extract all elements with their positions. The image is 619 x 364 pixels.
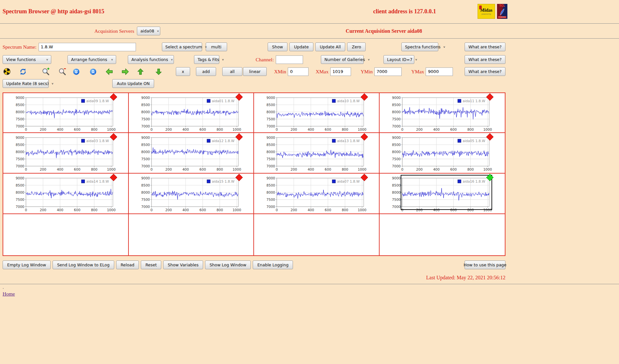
empty-log-window-button[interactable]: Empty Log Window (3, 261, 51, 269)
spectrum-panel-aida05[interactable]: 7000750080008500900002004006008001000aid… (380, 133, 505, 174)
spectrum-panel-aida01[interactable]: 7000750080008500900002004006008001000aid… (129, 93, 254, 133)
show-variables-button[interactable]: Show Variables (163, 261, 203, 269)
midas-logo[interactable]: Midas powered by (478, 4, 495, 19)
svg-text:9000: 9000 (141, 176, 150, 180)
what-are-these-button-1[interactable]: What are these? (465, 42, 505, 51)
home-link[interactable]: Home (3, 291, 15, 297)
all-button[interactable]: all (222, 67, 242, 76)
spectrum-chart[interactable]: 7000750080008500900002004006008001000aid… (380, 174, 504, 213)
spectrum-chart[interactable]: 7000750080008500900002004006008001000aid… (3, 93, 128, 132)
zoom-in-icon[interactable] (41, 67, 50, 76)
svg-text:400: 400 (182, 167, 189, 171)
show-log-window-button[interactable]: Show Log Window (205, 261, 251, 269)
select-spectrum-dropdown[interactable]: Select a spectrum ∨ (162, 42, 202, 51)
zoom-out-icon[interactable] (58, 67, 66, 76)
svg-text:200: 200 (291, 127, 297, 131)
svg-text:8000: 8000 (266, 110, 275, 114)
spectrum-panel-aida13[interactable]: 7000750080008500900002004006008001000aid… (254, 133, 380, 174)
reset-button[interactable]: Reset (141, 261, 161, 269)
zero-button[interactable]: Zero (347, 42, 366, 51)
spectrum-panel-aida12[interactable]: 7000750080008500900002004006008001000aid… (129, 133, 254, 174)
update-all-button[interactable]: Update All (315, 42, 346, 51)
pan-down-icon[interactable] (154, 67, 163, 76)
spectrum-panel-aida16[interactable]: 7000750080008500900002004006008001000aid… (380, 174, 505, 214)
auto-update-button[interactable]: Auto Update ON (112, 79, 154, 88)
spectra-functions-dropdown[interactable]: Spectra functions ∨ (401, 42, 438, 51)
what-are-these-button-3[interactable]: What are these? (465, 67, 505, 76)
number-of-galleries-dropdown[interactable]: Number of Galleries ∨ (321, 55, 364, 64)
midas-logo-text: Midas (480, 8, 492, 13)
spectrum-chart[interactable]: 7000750080008500900002004006008001000aid… (3, 133, 128, 172)
spectrum-panel-aida07[interactable]: 7000750080008500900002004006008001000aid… (254, 174, 380, 214)
what-are-these-button-2[interactable]: What are these? (465, 55, 505, 64)
spectrum-panel-aida09[interactable]: 7000750080008500900002004006008001000aid… (3, 93, 129, 133)
spectrum-chart[interactable]: 7000750080008500900002004006008001000aid… (129, 133, 253, 172)
spectrum-panel-aida14[interactable]: 7000750080008500900002004006008001000aid… (3, 174, 129, 214)
tcl-powered-logo[interactable]: TCL POWERED (497, 4, 507, 19)
toolbar-row: x add all linear XMin XMax YMin YMax Wha… (0, 67, 508, 76)
svg-text:600: 600 (74, 127, 80, 131)
update-rate-dropdown[interactable]: Update Rate (8 secs) ∨ (3, 79, 49, 88)
svg-text:0: 0 (150, 208, 152, 212)
layout-id-dropdown[interactable]: Layout ID=7 ∨ (383, 55, 414, 64)
how-to-use-this-page-button[interactable]: How to use this page (465, 261, 505, 269)
svg-text:aida14 1.8.W: aida14 1.8.W (86, 179, 109, 183)
multi-button[interactable]: multi (206, 42, 227, 51)
refresh-icon[interactable] (19, 67, 27, 76)
xmin-input[interactable] (288, 67, 309, 76)
spectrum-name-row: Spectrum Name: Select a spectrum ∨ multi… (0, 42, 508, 51)
pan-right-icon[interactable] (121, 67, 129, 76)
spectrum-panel-aida11[interactable]: 7000750080008500900002004006008001000aid… (380, 93, 505, 133)
analysis-functions-dropdown[interactable]: Analysis functions ∨ (128, 55, 174, 64)
update-button[interactable]: Update (289, 42, 313, 51)
xmax-input[interactable] (330, 67, 351, 76)
arrange-functions-dropdown[interactable]: Arrange functions ∨ (67, 55, 116, 64)
scroll-up-icon[interactable] (89, 67, 97, 76)
svg-text:9000: 9000 (392, 136, 401, 140)
svg-text:200: 200 (40, 208, 46, 212)
spectrum-chart[interactable]: 7000750080008500900002004006008001000aid… (254, 174, 379, 213)
spectrum-name-input[interactable] (39, 43, 136, 51)
show-button[interactable]: Show (268, 42, 288, 51)
ymax-input[interactable] (426, 67, 453, 76)
spectrum-chart[interactable]: 7000750080008500900002004006008001000aid… (254, 133, 379, 172)
spectrum-chart[interactable]: 7000750080008500900002004006008001000aid… (254, 93, 379, 132)
acquisition-server-select[interactable]: aida08 ∨ (137, 27, 160, 35)
spectrum-chart[interactable]: 7000750080008500900002004006008001000aid… (3, 174, 128, 213)
enable-logging-button[interactable]: Enable Logging (253, 261, 293, 269)
pan-up-icon[interactable] (136, 67, 145, 76)
linear-button[interactable]: linear (243, 67, 267, 76)
channel-input[interactable] (276, 55, 303, 64)
reload-button[interactable]: Reload (116, 261, 139, 269)
svg-text:7000: 7000 (266, 124, 275, 128)
analysis-functions-label: Analysis functions (131, 57, 168, 62)
xmin-label: XMin (274, 69, 286, 75)
spectrum-chart[interactable]: 7000750080008500900002004006008001000aid… (129, 174, 253, 213)
svg-text:800: 800 (342, 127, 348, 131)
channel-label: Channel: (256, 57, 274, 63)
spectrum-panel-aida03[interactable]: 7000750080008500900002004006008001000aid… (3, 133, 129, 174)
radiation-icon[interactable] (3, 67, 11, 76)
spectrum-chart[interactable]: 7000750080008500900002004006008001000aid… (129, 93, 253, 132)
x-button[interactable]: x (176, 67, 190, 76)
svg-text:600: 600 (450, 127, 456, 131)
svg-text:1000: 1000 (358, 208, 367, 212)
svg-text:400: 400 (57, 167, 63, 171)
svg-text:8000: 8000 (16, 150, 24, 154)
svg-text:400: 400 (57, 208, 63, 212)
spectrum-panel-aida15[interactable]: 7000750080008500900002004006008001000aid… (129, 174, 254, 214)
svg-text:8500: 8500 (266, 143, 275, 147)
view-functions-dropdown[interactable]: View functions ∨ (3, 55, 51, 64)
spectrum-chart[interactable]: 7000750080008500900002004006008001000aid… (380, 133, 504, 172)
svg-text:7500: 7500 (392, 198, 401, 201)
spectrum-panel-aida10[interactable]: 7000750080008500900002004006008001000aid… (254, 93, 380, 133)
add-button[interactable]: add (196, 67, 216, 76)
divider-bottom (0, 284, 619, 284)
spectrum-chart[interactable]: 7000750080008500900002004006008001000aid… (380, 93, 504, 132)
pan-left-icon[interactable] (105, 67, 114, 76)
tags-fits-dropdown[interactable]: Tags & Fits ∨ (194, 55, 219, 64)
send-log-window-to-elog-button[interactable]: Send Log Window to ELog (53, 261, 114, 269)
svg-text:8000: 8000 (392, 190, 401, 194)
ymin-input[interactable] (374, 67, 402, 76)
scroll-down-icon[interactable] (72, 67, 80, 76)
